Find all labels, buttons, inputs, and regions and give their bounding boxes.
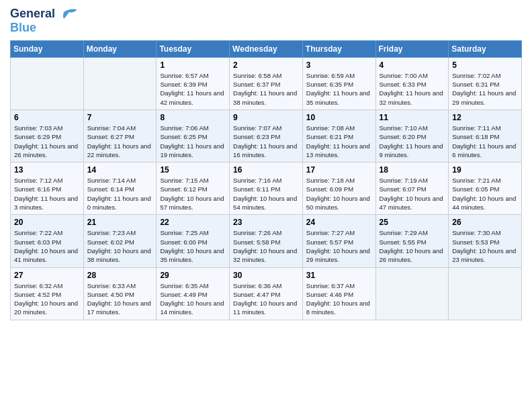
day-info: Sunrise: 7:29 AMSunset: 5:55 PMDaylight:… [380, 228, 445, 264]
sunrise-text: Sunrise: 7:02 AM [452, 71, 518, 80]
sunrise-text: Sunrise: 7:29 AM [380, 228, 445, 237]
weekday-header-monday: Monday [83, 40, 157, 57]
day-info: Sunrise: 7:10 AMSunset: 6:20 PMDaylight:… [380, 124, 445, 159]
calendar-cell: 26Sunrise: 7:30 AMSunset: 5:53 PMDayligh… [449, 215, 522, 267]
calendar-cell: 3Sunrise: 6:59 AMSunset: 6:35 PMDaylight… [302, 57, 375, 109]
daylight-text: Daylight: 11 hours and 6 minutes. [452, 142, 518, 160]
daylight-text: Daylight: 11 hours and 22 minutes. [87, 142, 153, 160]
calendar-cell: 27Sunrise: 6:32 AMSunset: 4:52 PMDayligh… [11, 267, 84, 320]
daylight-text: Daylight: 10 hours and 50 minutes. [306, 194, 372, 212]
sunset-text: Sunset: 5:58 PM [233, 238, 299, 246]
sunset-text: Sunset: 6:31 PM [452, 80, 518, 89]
day-info: Sunrise: 7:21 AMSunset: 6:05 PMDaylight:… [452, 176, 518, 212]
sunrise-text: Sunrise: 7:26 AM [233, 228, 299, 237]
sunrise-text: Sunrise: 6:33 AM [87, 281, 153, 290]
sunset-text: Sunset: 6:02 PM [87, 238, 153, 246]
day-info: Sunrise: 6:58 AMSunset: 6:37 PMDaylight:… [233, 71, 299, 107]
daylight-text: Daylight: 11 hours and 13 minutes. [306, 142, 372, 160]
calendar-cell: 10Sunrise: 7:08 AMSunset: 6:21 PMDayligh… [302, 109, 375, 162]
day-number: 23 [233, 218, 299, 227]
day-info: Sunrise: 7:11 AMSunset: 6:18 PMDaylight:… [452, 124, 518, 159]
sunrise-text: Sunrise: 6:37 AM [306, 281, 372, 290]
sunrise-text: Sunrise: 7:21 AM [452, 176, 518, 185]
sunset-text: Sunset: 6:33 PM [380, 80, 445, 89]
day-number: 27 [14, 271, 80, 280]
day-info: Sunrise: 7:03 AMSunset: 6:29 PMDaylight:… [14, 124, 80, 159]
day-number: 24 [306, 218, 372, 227]
day-number: 14 [87, 165, 153, 175]
sunset-text: Sunset: 6:12 PM [160, 185, 226, 193]
day-info: Sunrise: 7:14 AMSunset: 6:14 PMDaylight:… [87, 176, 153, 212]
sunrise-text: Sunrise: 7:23 AM [87, 228, 153, 237]
day-number: 19 [452, 165, 518, 175]
sunrise-text: Sunrise: 6:58 AM [233, 71, 299, 80]
daylight-text: Daylight: 11 hours and 32 minutes. [380, 89, 445, 107]
sunset-text: Sunset: 6:23 PM [233, 132, 299, 141]
calendar-cell: 16Sunrise: 7:16 AMSunset: 6:11 PMDayligh… [230, 163, 303, 215]
sunset-text: Sunset: 5:55 PM [380, 238, 445, 246]
daylight-text: Daylight: 11 hours and 35 minutes. [306, 89, 372, 107]
day-info: Sunrise: 7:12 AMSunset: 6:16 PMDaylight:… [14, 176, 80, 212]
weekday-header-thursday: Thursday [302, 40, 375, 57]
day-number: 12 [452, 113, 518, 122]
sunrise-text: Sunrise: 7:04 AM [87, 124, 153, 132]
day-number: 26 [452, 218, 518, 227]
daylight-text: Daylight: 11 hours and 42 minutes. [160, 89, 226, 107]
sunset-text: Sunset: 6:03 PM [14, 238, 80, 246]
daylight-text: Daylight: 10 hours and 11 minutes. [233, 299, 299, 317]
calendar-cell [11, 57, 84, 109]
day-number: 8 [160, 113, 226, 122]
calendar-cell: 12Sunrise: 7:11 AMSunset: 6:18 PMDayligh… [449, 109, 522, 162]
daylight-text: Daylight: 11 hours and 26 minutes. [14, 142, 80, 160]
daylight-text: Daylight: 11 hours and 3 minutes. [14, 194, 80, 212]
sunrise-text: Sunrise: 7:14 AM [87, 176, 153, 185]
calendar-cell: 23Sunrise: 7:26 AMSunset: 5:58 PMDayligh… [230, 215, 303, 267]
sunset-text: Sunset: 6:21 PM [306, 132, 372, 141]
sunset-text: Sunset: 6:25 PM [160, 132, 226, 141]
sunrise-text: Sunrise: 7:19 AM [380, 176, 445, 185]
sunset-text: Sunset: 6:20 PM [380, 132, 445, 141]
daylight-text: Daylight: 10 hours and 26 minutes. [380, 246, 445, 265]
sunrise-text: Sunrise: 6:36 AM [233, 281, 299, 290]
sunrise-text: Sunrise: 6:59 AM [306, 71, 372, 80]
day-number: 21 [87, 218, 153, 227]
sunrise-text: Sunrise: 7:10 AM [380, 124, 445, 132]
day-number: 30 [233, 271, 299, 280]
calendar-cell [83, 57, 157, 109]
day-info: Sunrise: 7:26 AMSunset: 5:58 PMDaylight:… [233, 228, 299, 264]
calendar-cell: 11Sunrise: 7:10 AMSunset: 6:20 PMDayligh… [375, 109, 449, 162]
daylight-text: Daylight: 11 hours and 19 minutes. [160, 142, 226, 160]
sunset-text: Sunset: 6:07 PM [380, 185, 445, 193]
day-info: Sunrise: 7:02 AMSunset: 6:31 PMDaylight:… [452, 71, 518, 107]
sunrise-text: Sunrise: 6:35 AM [160, 281, 226, 290]
day-info: Sunrise: 7:22 AMSunset: 6:03 PMDaylight:… [14, 228, 80, 264]
calendar-cell: 9Sunrise: 7:07 AMSunset: 6:23 PMDaylight… [230, 109, 303, 162]
day-info: Sunrise: 7:23 AMSunset: 6:02 PMDaylight:… [87, 228, 153, 264]
day-number: 20 [14, 218, 80, 227]
weekday-header-row: SundayMondayTuesdayWednesdayThursdayFrid… [11, 40, 522, 57]
sunset-text: Sunset: 6:00 PM [160, 238, 226, 246]
sunrise-text: Sunrise: 7:12 AM [14, 176, 80, 185]
calendar-week-1: 1Sunrise: 6:57 AMSunset: 6:39 PMDaylight… [11, 57, 522, 109]
sunset-text: Sunset: 6:09 PM [306, 185, 372, 193]
calendar-cell: 17Sunrise: 7:18 AMSunset: 6:09 PMDayligh… [302, 163, 375, 215]
calendar-cell: 21Sunrise: 7:23 AMSunset: 6:02 PMDayligh… [83, 215, 157, 267]
sunrise-text: Sunrise: 7:03 AM [14, 124, 80, 132]
sunrise-text: Sunrise: 7:27 AM [306, 228, 372, 237]
daylight-text: Daylight: 10 hours and 54 minutes. [233, 194, 299, 212]
weekday-header-tuesday: Tuesday [157, 40, 230, 57]
calendar-cell: 24Sunrise: 7:27 AMSunset: 5:57 PMDayligh… [302, 215, 375, 267]
sunset-text: Sunset: 4:47 PM [233, 290, 299, 299]
day-number: 3 [306, 60, 372, 70]
day-number: 22 [160, 218, 226, 227]
calendar-cell: 25Sunrise: 7:29 AMSunset: 5:55 PMDayligh… [375, 215, 449, 267]
daylight-text: Daylight: 10 hours and 38 minutes. [87, 246, 153, 265]
calendar-cell: 4Sunrise: 7:00 AMSunset: 6:33 PMDaylight… [375, 57, 449, 109]
weekday-header-sunday: Sunday [11, 40, 84, 57]
sunrise-text: Sunrise: 6:57 AM [160, 71, 226, 80]
day-info: Sunrise: 7:06 AMSunset: 6:25 PMDaylight:… [160, 124, 226, 159]
calendar-week-4: 20Sunrise: 7:22 AMSunset: 6:03 PMDayligh… [11, 215, 522, 267]
day-info: Sunrise: 6:37 AMSunset: 4:46 PMDaylight:… [306, 281, 372, 317]
logo-bird-icon [60, 7, 79, 21]
daylight-text: Daylight: 11 hours and 29 minutes. [452, 89, 518, 107]
